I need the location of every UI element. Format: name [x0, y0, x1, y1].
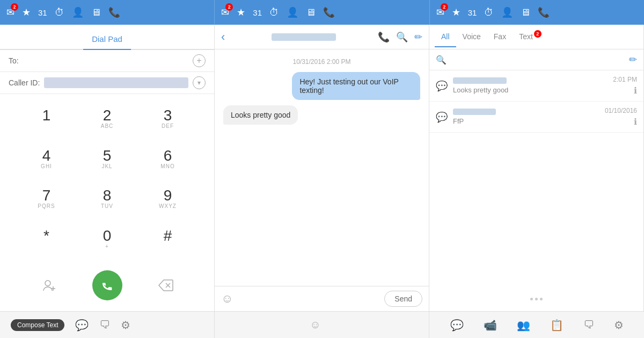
- dialpad-tab[interactable]: Dial Pad: [83, 31, 131, 50]
- back-button[interactable]: ‹: [221, 30, 225, 44]
- bottom-bar-right: 💬 📹 👥 📋 🗨 ⚙: [429, 311, 644, 338]
- add-contact-button[interactable]: [38, 275, 60, 296]
- group-bottom-icon[interactable]: 👥: [517, 319, 530, 332]
- messages-dots: [429, 287, 643, 311]
- sender-name-blurred: [453, 77, 507, 84]
- messages-panel: All Voice Fax Text 2 🔍 ✏ 💬 Looks pretty …: [429, 25, 644, 311]
- dialpad-key-9[interactable]: 9 WXYZ: [137, 179, 198, 220]
- star-nav-icon[interactable]: ★: [22, 6, 31, 18]
- phone-nav-icon[interactable]: 📞: [108, 6, 120, 18]
- dot: [530, 298, 533, 300]
- list-bottom-icon[interactable]: 📋: [550, 319, 564, 332]
- to-input[interactable]: [23, 56, 193, 65]
- main-content: Dial Pad To: + Caller ID: ▾ 1 2 ABC 3 DE…: [0, 25, 644, 311]
- message-item[interactable]: 💬 FfP 01/10/2016 ℹ: [429, 102, 643, 133]
- message-preview: Looks pretty good: [453, 86, 608, 94]
- dialpad-key-hash[interactable]: #: [137, 220, 198, 260]
- dialpad-key-5[interactable]: 5 JKL: [77, 140, 137, 180]
- person-nav-icon[interactable]: 👤: [72, 6, 84, 18]
- dialpad-key-2[interactable]: 2 ABC: [77, 99, 137, 140]
- calendar-nav-icon-mid[interactable]: 31: [253, 8, 262, 17]
- call-action-icon[interactable]: 📞: [378, 31, 390, 43]
- mail-nav-icon[interactable]: ✉ 2: [6, 6, 14, 18]
- nav-section-right: ✉ 2 ★ 31 ⏱ 👤 🖥 📞: [430, 0, 644, 25]
- backspace-button[interactable]: [155, 275, 177, 296]
- dialpad-key-star[interactable]: *: [16, 220, 77, 260]
- chat-icon[interactable]: 🗨: [99, 319, 110, 331]
- phone-nav-icon-right[interactable]: 📞: [538, 6, 550, 18]
- message-preview: FfP: [453, 117, 599, 125]
- add-recipient-button[interactable]: +: [193, 54, 206, 67]
- to-label: To:: [9, 56, 19, 65]
- emoji-bottom-icon[interactable]: ☺: [310, 319, 320, 331]
- clock-nav-icon[interactable]: ⏱: [55, 7, 64, 18]
- incoming-message-text: Looks pretty good: [223, 105, 298, 125]
- dialpad-key-1[interactable]: 1: [16, 99, 77, 140]
- mail-nav-icon-right[interactable]: ✉ 2: [436, 6, 444, 18]
- mail-badge-mid: 2: [225, 3, 233, 11]
- dialpad-key-0[interactable]: 0 +: [77, 220, 137, 260]
- monitor-nav-icon[interactable]: 🖥: [91, 7, 101, 18]
- person-nav-icon-right[interactable]: 👤: [501, 6, 513, 18]
- send-button[interactable]: Send: [384, 291, 422, 307]
- message-content: FfP: [453, 109, 599, 125]
- caller-id-row: Caller ID: ▾: [0, 72, 214, 94]
- svg-point-0: [45, 281, 50, 286]
- message-bottom-icon[interactable]: 💬: [450, 319, 464, 332]
- dialpad-key-3[interactable]: 3 DEF: [137, 99, 198, 140]
- tab-fax[interactable]: Fax: [487, 27, 513, 47]
- mail-badge-right: 2: [441, 3, 448, 11]
- caller-id-dropdown[interactable]: ▾: [193, 76, 206, 89]
- dialpad-grid: 1 2 ABC 3 DEF 4 GHI 5 JKL 6 MNO: [0, 94, 214, 265]
- message-content: Looks pretty good: [453, 77, 608, 94]
- dialpad-actions: [0, 265, 214, 311]
- info-icon[interactable]: ℹ: [634, 117, 637, 127]
- calendar-nav-icon-right[interactable]: 31: [468, 8, 477, 17]
- clock-nav-icon-mid[interactable]: ⏱: [269, 7, 279, 18]
- settings-icon[interactable]: ⚙: [121, 319, 130, 332]
- sender-name-blurred: [453, 109, 496, 115]
- message-item[interactable]: 💬 Looks pretty good 2:01 PM ℹ: [429, 70, 643, 102]
- message-icon[interactable]: 💬: [75, 319, 89, 332]
- contact-name: [229, 33, 378, 41]
- settings-bottom-icon[interactable]: ⚙: [614, 319, 624, 332]
- contact-name-blurred: [272, 33, 336, 41]
- star-nav-icon-mid[interactable]: ★: [237, 6, 245, 18]
- tab-voice[interactable]: Voice: [456, 27, 487, 47]
- dialpad-key-4[interactable]: 4 GHI: [16, 140, 77, 180]
- compose-text-button[interactable]: Compose Text: [11, 319, 64, 331]
- conversation-actions: 📞 🔍 ✏: [378, 31, 422, 43]
- caller-id-label: Caller ID:: [9, 78, 40, 87]
- clock-nav-icon-right[interactable]: ⏱: [484, 7, 494, 18]
- message-bubble-icon: 💬: [436, 111, 448, 123]
- call-button[interactable]: [92, 270, 122, 300]
- monitor-nav-icon-right[interactable]: 🖥: [521, 7, 530, 18]
- conversation-body: 10/31/2016 2:00 PM Hey! Just testing out…: [215, 49, 429, 286]
- mail-nav-icon-mid[interactable]: ✉ 2: [221, 6, 229, 18]
- dialpad-key-7[interactable]: 7 PQRS: [16, 179, 77, 220]
- compose-icon[interactable]: ✏: [629, 54, 637, 66]
- calendar-nav-icon[interactable]: 31: [38, 8, 47, 17]
- dialpad-key-8[interactable]: 8 TUV: [77, 179, 137, 220]
- dialpad-key-6[interactable]: 6 MNO: [137, 140, 198, 180]
- tab-text[interactable]: Text 2: [513, 27, 539, 47]
- phone-nav-icon-mid[interactable]: 📞: [323, 6, 335, 18]
- message-meta: 2:01 PM ℹ: [613, 76, 637, 96]
- monitor-nav-icon-mid[interactable]: 🖥: [306, 7, 316, 18]
- info-icon[interactable]: ℹ: [634, 85, 637, 96]
- star-nav-icon-right[interactable]: ★: [452, 6, 460, 18]
- tab-all[interactable]: All: [435, 27, 456, 47]
- bottom-bar-mid: ☺: [215, 311, 429, 338]
- dialpad-header: Dial Pad: [0, 25, 214, 50]
- search-input[interactable]: [450, 55, 626, 64]
- emoji-button[interactable]: ☺: [221, 292, 233, 306]
- chat-bottom-icon[interactable]: 🗨: [583, 319, 594, 331]
- edit-action-icon[interactable]: ✏: [414, 31, 422, 43]
- person-nav-icon-mid[interactable]: 👤: [287, 6, 298, 18]
- message-time: 2:01 PM: [613, 76, 637, 83]
- video-bottom-icon[interactable]: 📹: [484, 319, 497, 332]
- incoming-message-bubble: Looks pretty good: [223, 105, 420, 125]
- search-action-icon[interactable]: 🔍: [396, 31, 408, 43]
- to-input-row: To: +: [0, 50, 214, 72]
- bottom-bars: Compose Text 💬 🗨 ⚙ ☺ 💬 📹 👥 📋 🗨 ⚙: [0, 311, 644, 338]
